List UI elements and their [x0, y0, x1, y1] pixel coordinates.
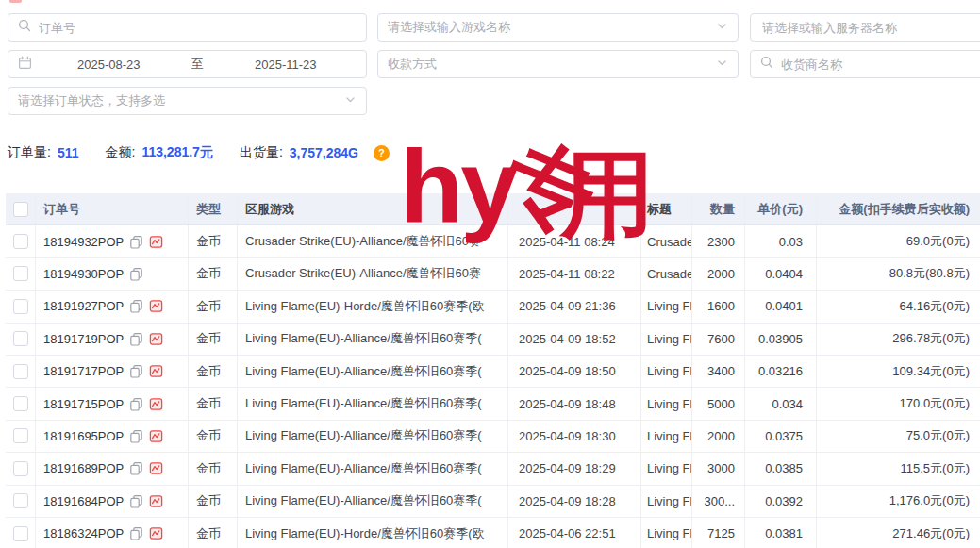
- copy-icon[interactable]: [129, 299, 143, 313]
- order-number: 18194932POP: [43, 235, 124, 249]
- row-checkbox[interactable]: [13, 266, 28, 281]
- order-title: Living Fl: [641, 486, 692, 517]
- unit-price: 0.03216: [745, 356, 817, 387]
- order-number-input[interactable]: [8, 13, 367, 42]
- image-icon[interactable]: [149, 494, 163, 508]
- table-header-row: 订单号 类型 区服游戏 标题 数量 单价(元) 金额(扣手续费后实收额): [6, 193, 980, 225]
- copy-icon[interactable]: [129, 429, 143, 443]
- image-icon[interactable]: [149, 299, 163, 313]
- row-checkbox[interactable]: [13, 526, 28, 541]
- order-count-label: 订单量:: [8, 144, 51, 161]
- table-row: 18191689POP 金币 Living Flame(EU)-Alliance…: [6, 453, 980, 485]
- order-title: Living Fl: [641, 388, 692, 419]
- server-name-field[interactable]: [760, 20, 980, 36]
- copy-icon[interactable]: [129, 364, 143, 378]
- amount-value: 113,281.7元: [141, 144, 213, 161]
- payment-method-select[interactable]: 收款方式: [377, 50, 739, 78]
- image-icon[interactable]: [149, 429, 163, 443]
- row-checkbox[interactable]: [13, 461, 28, 476]
- unit-price: 0.0375: [745, 421, 817, 452]
- table-row: 18191717POP 金币 Living Flame(EU)-Alliance…: [6, 356, 980, 388]
- order-number: 18191719POP: [43, 332, 124, 346]
- order-time: 2025-04-09 18:52: [508, 324, 641, 355]
- order-title: Living Fl: [641, 324, 692, 355]
- copy-icon[interactable]: [129, 461, 143, 475]
- select-all-checkbox[interactable]: [13, 202, 28, 217]
- copy-icon[interactable]: [129, 397, 143, 411]
- table-row: 18194930POP 金币 Crusader Strike(EU)-Allia…: [6, 258, 980, 291]
- game-server: Living Flame(EU)-Alliance/魔兽怀旧60赛季(: [238, 453, 508, 484]
- copy-icon[interactable]: [129, 332, 143, 346]
- table-row: 18191684POP 金币 Living Flame(EU)-Alliance…: [6, 486, 980, 518]
- table-row: 18191715POP 金币 Living Flame(EU)-Alliance…: [6, 388, 980, 420]
- order-time: 2025-04-09 18:28: [508, 486, 641, 517]
- image-icon[interactable]: [149, 461, 163, 475]
- row-checkbox[interactable]: [13, 493, 28, 508]
- row-checkbox[interactable]: [13, 331, 28, 346]
- quantity: 2000: [692, 258, 745, 290]
- game-server: Crusader Strike(EU)-Alliance/魔兽怀旧60赛: [238, 258, 508, 290]
- order-time: 2025-04-09 18:29: [508, 453, 641, 484]
- receiver-name-field[interactable]: [779, 57, 980, 73]
- header-title: 标题: [641, 193, 692, 224]
- unit-price: 0.0392: [745, 486, 817, 517]
- receiver-name-input[interactable]: [750, 50, 980, 78]
- order-number: 18191684POP: [43, 494, 124, 508]
- order-number-field[interactable]: [37, 20, 357, 36]
- order-number: 18191717POP: [43, 364, 124, 378]
- copy-icon[interactable]: [129, 267, 143, 281]
- table-row: 18194932POP 金币 Crusader Strike(EU)-Allia…: [6, 225, 980, 257]
- copy-icon[interactable]: [129, 494, 143, 508]
- game-name-select[interactable]: 请选择或输入游戏名称: [377, 13, 739, 42]
- image-icon[interactable]: [149, 364, 163, 378]
- row-checkbox[interactable]: [13, 234, 28, 249]
- volume-label: 出货量:: [240, 144, 283, 161]
- order-type: 金币: [189, 324, 238, 355]
- copy-icon[interactable]: [129, 526, 143, 540]
- header-order-no: 订单号: [36, 193, 189, 224]
- chevron-down-icon: [716, 56, 728, 73]
- image-icon[interactable]: [149, 526, 163, 540]
- amount: 80.8元(80.8元): [817, 258, 980, 290]
- order-type: 金币: [189, 258, 238, 290]
- quantity: 3000: [692, 453, 745, 484]
- image-icon[interactable]: [149, 397, 163, 411]
- amount: 109.34元(0元): [817, 356, 980, 387]
- quantity: 5000: [692, 388, 745, 419]
- image-icon[interactable]: [149, 235, 163, 249]
- row-checkbox[interactable]: [13, 364, 28, 379]
- help-icon[interactable]: ?: [374, 145, 390, 161]
- row-checkbox[interactable]: [13, 428, 28, 443]
- header-game: 区服游戏: [238, 193, 508, 224]
- order-type: 金币: [189, 356, 238, 387]
- order-management-page: 请选择或输入游戏名称 2025-08-23 至 2025-11-23 收款方式 …: [0, 0, 980, 548]
- volume-value: 3,757,284G: [290, 145, 358, 160]
- amount: 64.16元(0元): [817, 291, 980, 322]
- date-end-value[interactable]: 2025-11-23: [215, 58, 357, 72]
- order-status-select[interactable]: 请选择订单状态，支持多选: [8, 87, 367, 115]
- summary-stats-bar: 订单量: 511 金额: 113,281.7元 出货量: 3,757,284G …: [8, 144, 390, 161]
- quantity: 2000: [692, 421, 745, 452]
- game-server: Crusader Strike(EU)-Alliance/魔兽怀旧60赛: [238, 225, 508, 257]
- status-select-placeholder: 请选择订单状态，支持多选: [18, 92, 339, 109]
- chevron-down-icon: [344, 92, 357, 109]
- order-time: 2025-04-11 08:22: [508, 258, 641, 290]
- order-number: 18191689POP: [43, 461, 124, 475]
- order-type: 金币: [189, 453, 238, 484]
- server-name-input[interactable]: [750, 13, 980, 42]
- orders-table: 订单号 类型 区服游戏 标题 数量 单价(元) 金额(扣手续费后实收额) 181…: [6, 193, 980, 548]
- payment-select-placeholder: 收款方式: [388, 56, 710, 73]
- date-start-value[interactable]: 2025-08-23: [38, 58, 180, 72]
- quantity: 3400: [692, 356, 745, 387]
- row-checkbox[interactable]: [13, 396, 28, 411]
- amount: 75.0元(0元): [817, 421, 980, 452]
- table-row: 18191695POP 金币 Living Flame(EU)-Alliance…: [6, 421, 980, 453]
- game-server: Living Flame(EU)-Alliance/魔兽怀旧60赛季(: [238, 356, 508, 387]
- row-checkbox[interactable]: [13, 299, 28, 314]
- unit-price: 0.0381: [745, 518, 817, 548]
- header-select-all[interactable]: [6, 193, 36, 224]
- image-icon[interactable]: [149, 332, 163, 346]
- copy-icon[interactable]: [129, 235, 143, 249]
- date-range-picker[interactable]: 2025-08-23 至 2025-11-23: [8, 50, 367, 78]
- search-icon: [760, 56, 773, 73]
